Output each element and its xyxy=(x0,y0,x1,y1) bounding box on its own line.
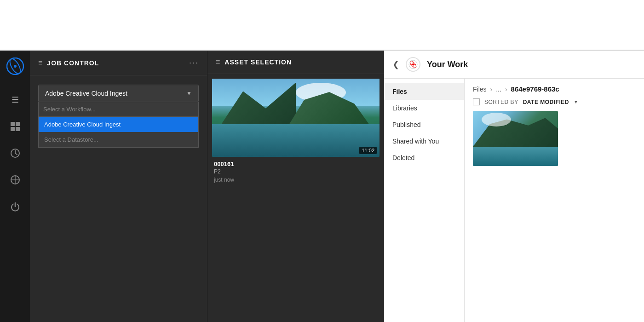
sort-caret-icon[interactable]: ▼ xyxy=(574,99,578,104)
your-work-title: Your Work xyxy=(427,60,468,69)
back-button[interactable]: ❮ xyxy=(392,59,399,69)
your-work-header: ❮ Your Work xyxy=(384,51,644,79)
svg-rect-5 xyxy=(11,127,15,131)
mini-sky-cloud xyxy=(482,113,512,126)
workflow-dropdown-item-2[interactable]: Select a Datastore... xyxy=(39,132,198,147)
thumbnail-wrapper: 11:02 xyxy=(212,79,380,157)
asset-thumbnail-area: 11:02 000161 P2 just now xyxy=(207,74,384,322)
job-control-title: JOB CONTROL xyxy=(47,59,99,67)
mini-scene xyxy=(473,111,558,166)
nav-item-deleted[interactable]: Deleted xyxy=(384,150,464,166)
nav-item-libraries-label: Libraries xyxy=(392,104,417,112)
breadcrumb-sep-1: › xyxy=(490,86,493,93)
workflow-search-input[interactable] xyxy=(39,102,198,117)
nav-item-libraries[interactable]: Libraries xyxy=(384,100,464,116)
nav-item-shared[interactable]: Shared with You xyxy=(384,133,464,150)
workflow-dropdown-container: Adobe Creative Cloud Ingest ▼ Adobe Crea… xyxy=(38,85,199,102)
workflow-dropdown-selected[interactable]: Adobe Creative Cloud Ingest ▼ xyxy=(38,85,199,102)
job-control-content: Adobe Creative Cloud Ingest ▼ Adobe Crea… xyxy=(30,75,207,146)
asset-panel-hamburger-icon: ≡ xyxy=(216,58,220,66)
workflow-selected-label: Adobe Creative Cloud Ingest xyxy=(45,90,127,97)
sidebar-grid-icon[interactable] xyxy=(9,120,22,133)
nav-item-deleted-label: Deleted xyxy=(392,154,414,161)
asset-time: just now xyxy=(214,177,378,183)
asset-name: 000161 xyxy=(214,161,378,167)
asset-selection-panel: ≡ ASSET SELECTION 11:02 000161 xyxy=(207,51,384,322)
nav-item-files[interactable]: Files xyxy=(384,83,464,100)
workflow-dropdown-menu: Adobe Creative Cloud Ingest Select a Dat… xyxy=(38,102,199,148)
thumbnail-scene xyxy=(212,79,380,157)
sidebar-hamburger-icon[interactable]: ☰ xyxy=(9,93,22,106)
asset-info: 000161 P2 just now xyxy=(212,157,380,185)
sort-bar: SORTED BY DATE MODIFIED ▼ xyxy=(473,98,636,105)
panel-options-icon[interactable]: ··· xyxy=(189,58,199,68)
thumbnail-water xyxy=(212,124,380,157)
job-control-header: ≡ JOB CONTROL ··· xyxy=(30,51,207,75)
main-area: ☰ xyxy=(0,51,644,322)
asset-selection-header: ≡ ASSET SELECTION xyxy=(207,51,384,74)
breadcrumb-dots[interactable]: ... xyxy=(496,86,501,93)
workflow-dropdown-item-1[interactable]: Adobe Creative Cloud Ingest xyxy=(39,117,198,132)
sort-label: SORTED BY xyxy=(484,99,518,105)
mini-water xyxy=(473,145,558,166)
app-logo[interactable] xyxy=(6,58,24,75)
breadcrumb-current: 864e9769-863c xyxy=(511,85,559,93)
nav-item-published-label: Published xyxy=(392,121,421,128)
thumbnail-timecode: 11:02 xyxy=(359,147,377,154)
nav-item-published[interactable]: Published xyxy=(384,116,464,133)
asset-selection-title: ASSET SELECTION xyxy=(224,58,292,66)
file-grid xyxy=(473,111,636,166)
svg-rect-4 xyxy=(16,122,20,126)
job-control-header-left: ≡ JOB CONTROL xyxy=(38,59,99,67)
your-work-nav: Files Libraries Published Shared with Yo… xyxy=(384,79,465,322)
asset-sub: P2 xyxy=(214,168,378,175)
dropdown-arrow-icon: ▼ xyxy=(186,90,192,97)
file-card-image xyxy=(473,111,558,166)
sidebar-power-icon[interactable] xyxy=(9,200,22,213)
asset-selection-header-left: ≡ ASSET SELECTION xyxy=(216,58,292,66)
sidebar: ☰ xyxy=(0,51,30,322)
breadcrumb: Files › ... › 864e9769-863c xyxy=(473,85,636,93)
breadcrumb-root[interactable]: Files xyxy=(473,86,487,93)
your-work-panel: ❮ Your Work Files Libraries xyxy=(384,51,644,322)
svg-rect-6 xyxy=(16,127,20,131)
your-work-content: Files › ... › 864e9769-863c SORTED BY DA… xyxy=(465,79,644,322)
nav-item-shared-label: Shared with You xyxy=(392,138,439,145)
top-bar xyxy=(0,0,644,51)
panel-hamburger-icon: ≡ xyxy=(38,59,42,67)
select-all-checkbox[interactable] xyxy=(473,98,480,105)
sidebar-history-icon[interactable] xyxy=(9,147,22,160)
file-card[interactable] xyxy=(473,111,558,166)
svg-rect-3 xyxy=(11,122,15,126)
svg-point-13 xyxy=(412,63,414,65)
svg-point-2 xyxy=(14,65,17,68)
your-work-body: Files Libraries Published Shared with Yo… xyxy=(384,79,644,322)
breadcrumb-sep-2: › xyxy=(505,86,507,93)
adobe-logo xyxy=(406,57,420,72)
job-control-panel: ≡ JOB CONTROL ··· Adobe Creative Cloud I… xyxy=(30,51,207,322)
sort-value[interactable]: DATE MODIFIED xyxy=(523,99,569,105)
sidebar-toggle-icon[interactable] xyxy=(9,173,22,186)
nav-item-files-label: Files xyxy=(392,88,407,95)
thumbnail-image[interactable]: 11:02 xyxy=(212,79,380,157)
